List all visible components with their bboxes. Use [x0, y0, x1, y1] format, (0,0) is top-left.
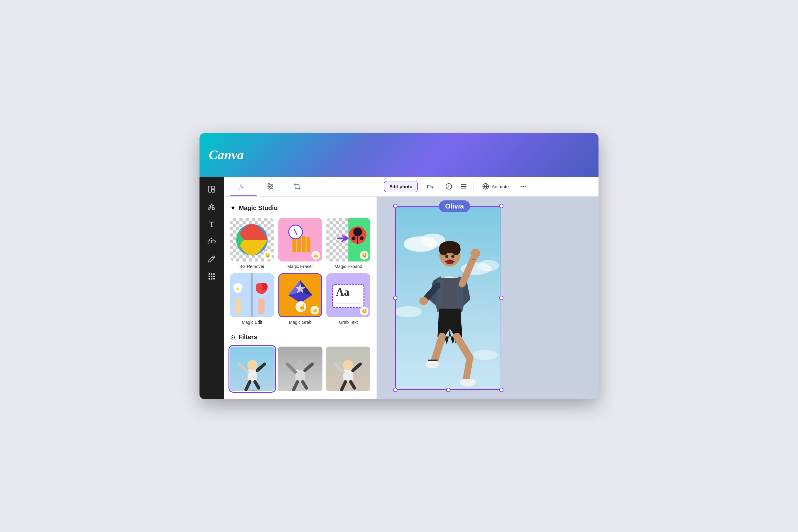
flip-label: Flip [427, 184, 434, 189]
svg-text:fx: fx [240, 184, 244, 189]
handle-bottom-center[interactable] [446, 388, 451, 392]
svg-point-9 [211, 276, 212, 277]
svg-point-112 [451, 254, 455, 258]
handle-top-left[interactable] [393, 204, 397, 208]
svg-point-18 [268, 184, 270, 185]
tab-crop[interactable] [284, 177, 310, 196]
info-button[interactable] [443, 181, 455, 192]
svg-point-115 [470, 249, 480, 258]
magic-eraser-card[interactable]: 👑 Magic Eraser [278, 218, 322, 269]
svg-point-117 [419, 297, 428, 305]
svg-rect-48 [258, 299, 264, 314]
edit-photo-button[interactable]: Edit photo [384, 181, 418, 192]
svg-point-47 [236, 287, 240, 290]
magic-expand-card[interactable]: 👑 Magic Expand [326, 218, 370, 269]
effects-panel: fx [224, 177, 377, 399]
svg-point-113 [446, 259, 454, 264]
bg-remover-label: BG Remover [240, 264, 265, 269]
main-content: fx [200, 177, 598, 399]
sidebar-icon-layout[interactable] [204, 182, 219, 197]
canva-logo: Canva [209, 147, 244, 163]
magic-expand-thumb: 👑 [326, 218, 370, 262]
position-button[interactable] [458, 181, 470, 192]
svg-rect-1 [212, 186, 215, 189]
magic-studio-section-header: ✦ Magic Studio [230, 204, 370, 212]
app-window: Canva [200, 133, 598, 399]
svg-point-7 [213, 273, 214, 274]
sidebar [200, 177, 224, 399]
grab-text-thumb: Aa 👑 [326, 273, 370, 317]
sidebar-icon-text[interactable] [204, 216, 219, 231]
svg-point-46 [235, 283, 240, 288]
sparkle-icon: ✦ [230, 204, 236, 212]
crown-badge-grabtext: 👑 [360, 307, 368, 316]
svg-point-10 [213, 276, 214, 277]
sidebar-icon-draw[interactable] [204, 251, 219, 266]
svg-point-83 [343, 360, 353, 370]
magic-edit-thumb [230, 273, 274, 317]
filter-grid [230, 346, 370, 391]
svg-point-110 [451, 244, 461, 255]
magic-eraser-label: Magic Eraser [287, 264, 313, 269]
filters-icon: ⊙ [230, 334, 235, 341]
filters-section-header: ⊙ Filters [230, 334, 370, 341]
magic-eraser-thumb: 👑 [278, 218, 322, 262]
sidebar-icon-uploads[interactable] [204, 234, 219, 249]
filter-warm[interactable] [326, 346, 370, 391]
handle-middle-left[interactable] [393, 296, 397, 300]
svg-point-39 [360, 236, 364, 240]
svg-point-105 [473, 350, 497, 360]
svg-point-8 [209, 276, 210, 277]
svg-text:Aa: Aa [336, 286, 349, 299]
handle-middle-right[interactable] [499, 296, 504, 300]
svg-point-75 [295, 360, 305, 370]
filter-bw[interactable] [278, 346, 322, 391]
toolbar-divider [473, 182, 474, 191]
handle-top-right[interactable] [499, 204, 504, 208]
magic-edit-card[interactable]: Magic Edit [230, 273, 274, 325]
svg-point-97 [523, 186, 524, 187]
svg-point-111 [445, 254, 448, 258]
more-options-button[interactable] [517, 181, 529, 192]
canvas-background: Olivia [377, 197, 598, 399]
crown-badge-expand: 👑 [360, 251, 368, 260]
svg-text:☝️: ☝️ [298, 304, 306, 311]
svg-point-6 [211, 273, 212, 274]
grab-text-card[interactable]: Aa 👑 Grab Text [326, 273, 370, 325]
edit-photo-label: Edit photo [390, 184, 413, 189]
handle-bottom-right[interactable] [499, 388, 504, 392]
tab-effects[interactable]: fx [230, 177, 257, 196]
tab-adjust[interactable] [257, 177, 284, 196]
svg-point-3 [208, 208, 210, 210]
sidebar-icon-apps[interactable] [204, 269, 219, 284]
svg-line-124 [466, 358, 470, 379]
sidebar-icon-elements[interactable] [204, 199, 219, 214]
svg-point-19 [271, 186, 272, 187]
bg-remover-card[interactable]: 👑 BG Remover [230, 218, 274, 269]
svg-point-13 [213, 278, 214, 279]
magic-studio-grid: 👑 BG Remover [230, 218, 370, 325]
filters-title: Filters [239, 334, 257, 341]
magic-expand-label: Magic Expand [335, 264, 362, 269]
canvas-area: Edit photo Flip [377, 177, 598, 399]
svg-rect-42 [235, 299, 241, 314]
svg-point-12 [211, 278, 212, 279]
panel-content: ✦ Magic Studio [224, 197, 377, 399]
canvas-viewport: Olivia [377, 197, 598, 399]
flip-button[interactable]: Flip [421, 181, 439, 192]
animate-button[interactable]: Animate [477, 180, 514, 192]
svg-point-126 [466, 379, 476, 385]
selected-image-container[interactable]: Olivia [395, 206, 501, 390]
handle-bottom-left[interactable] [393, 388, 397, 392]
filter-original[interactable] [230, 346, 274, 391]
magic-grab-card[interactable]: ☝️ 👑 Magic Grab [278, 273, 322, 325]
svg-point-103 [478, 260, 499, 271]
svg-point-109 [439, 244, 448, 255]
svg-rect-4 [212, 208, 214, 210]
header: Canva [200, 133, 598, 177]
top-toolbar: Edit photo Flip [377, 177, 598, 197]
animate-label: Animate [492, 184, 509, 189]
grab-text-label: Grab Text [339, 320, 358, 325]
filters-section: ⊙ Filters [230, 334, 370, 391]
magic-grab-thumb: ☝️ 👑 [278, 273, 322, 317]
